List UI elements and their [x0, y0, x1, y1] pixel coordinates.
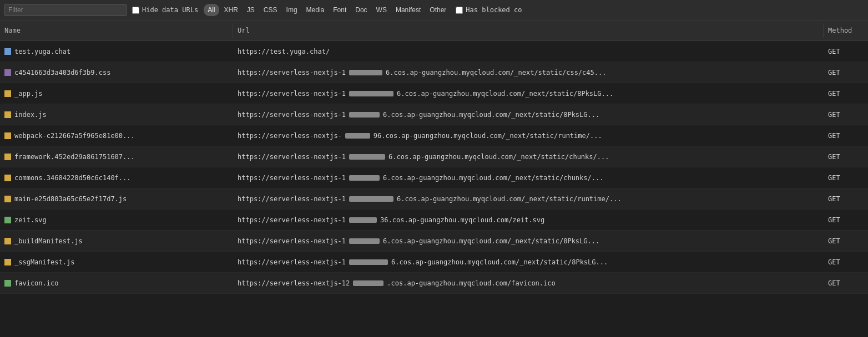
row-name-text: _buildManifest.js	[14, 237, 83, 245]
table-row[interactable]: commons.34684228d50c6c140f...https://ser…	[0, 167, 868, 188]
table-row[interactable]: main-e25d803a65c65e2f17d7.jshttps://serv…	[0, 188, 868, 210]
th-method[interactable]: Method	[824, 23, 868, 38]
url-redacted	[349, 238, 380, 244]
url-end: 6.cos.ap-guangzhou.myqcloud.com/_next/st…	[383, 237, 599, 245]
network-toolbar: Hide data URLs AllXHRJSCSSImgMediaFontDo…	[0, 0, 868, 21]
th-url[interactable]: Url	[233, 23, 824, 38]
url-redacted	[349, 70, 382, 75]
url-redacted	[349, 175, 380, 181]
url-end: 6.cos.ap-guangzhou.myqcloud.com/_next/st…	[386, 69, 606, 76]
url-redacted	[349, 112, 380, 118]
filter-btn-css[interactable]: CSS	[260, 4, 281, 16]
url-end: 36.cos.ap-guangzhou.myqcloud.com/zeit.sv…	[380, 216, 544, 224]
js-icon	[4, 259, 11, 265]
js-icon	[4, 154, 11, 160]
url-end: 6.cos.ap-guangzhou.myqcloud.com/_next/st…	[383, 174, 603, 182]
td-method: GET	[824, 45, 868, 58]
td-name: framework.452ed29a861751607...	[0, 151, 233, 163]
url-end: 6.cos.ap-guangzhou.myqcloud.com/_next/st…	[391, 258, 608, 266]
img-icon	[4, 280, 11, 287]
row-name-text: webpack-c212667a5f965e81e00...	[14, 132, 135, 140]
has-blocked-text: Has blocked co	[466, 6, 522, 14]
row-name-text: zeit.svg	[14, 216, 47, 224]
filter-buttons-group: AllXHRJSCSSImgMediaFontDocWSManifestOthe…	[204, 4, 450, 16]
td-url: https://serverless-nextjs-16.cos.ap-guan…	[233, 235, 824, 247]
td-method: GET	[824, 151, 868, 163]
td-method: GET	[824, 256, 868, 268]
url-end: 6.cos.ap-guangzhou.myqcloud.com/_next/st…	[397, 90, 613, 98]
filter-btn-font[interactable]: Font	[329, 4, 350, 16]
td-name: test.yuga.chat	[0, 45, 233, 58]
td-method: GET	[824, 214, 868, 226]
table-row[interactable]: test.yuga.chathttps://test.yuga.chat/GET	[0, 41, 868, 62]
td-url: https://serverless-nextjs-16.cos.ap-guan…	[233, 67, 824, 79]
td-url: https://serverless-nextjs-136.cos.ap-gua…	[233, 214, 824, 226]
url-redacted	[349, 91, 393, 96]
row-name-text: test.yuga.chat	[14, 48, 70, 55]
row-name-text: _app.js	[14, 90, 43, 98]
td-method: GET	[824, 172, 868, 184]
td-name: zeit.svg	[0, 214, 233, 226]
row-name-text: main-e25d803a65c65e2f17d7.js	[14, 195, 127, 203]
url-start: https://serverless-nextjs-12	[238, 279, 350, 287]
table-row[interactable]: favicon.icohttps://serverless-nextjs-12.…	[0, 273, 868, 294]
has-blocked-label[interactable]: Has blocked co	[456, 6, 522, 14]
td-method: GET	[824, 277, 868, 289]
td-name: index.js	[0, 109, 233, 121]
table-header: Name Url Method	[0, 21, 868, 41]
filter-btn-doc[interactable]: Doc	[351, 4, 371, 16]
filter-btn-other[interactable]: Other	[426, 4, 450, 16]
js-icon	[4, 196, 11, 202]
url-end: .cos.ap-guangzhou.myqcloud.com/favicon.i…	[387, 279, 555, 287]
table-row[interactable]: zeit.svghttps://serverless-nextjs-136.co…	[0, 210, 868, 231]
url-start: https://serverless-nextjs-1	[238, 258, 346, 266]
filter-btn-all[interactable]: All	[204, 4, 219, 16]
table-row[interactable]: _app.jshttps://serverless-nextjs-16.cos.…	[0, 83, 868, 104]
filter-btn-xhr[interactable]: XHR	[220, 4, 242, 16]
table-row[interactable]: _buildManifest.jshttps://serverless-next…	[0, 231, 868, 252]
url-end: 6.cos.ap-guangzhou.myqcloud.com/_next/st…	[383, 111, 599, 119]
td-url: https://serverless-nextjs-96.cos.ap-guan…	[233, 130, 824, 142]
td-url: https://serverless-nextjs-16.cos.ap-guan…	[233, 88, 824, 100]
table-row[interactable]: _ssgManifest.jshttps://serverless-nextjs…	[0, 252, 868, 273]
row-name-text: favicon.ico	[14, 279, 58, 287]
filter-btn-js[interactable]: JS	[243, 4, 259, 16]
filter-btn-manifest[interactable]: Manifest	[392, 4, 425, 16]
js-icon	[4, 238, 11, 244]
filter-btn-img[interactable]: Img	[282, 4, 301, 16]
hide-data-urls-checkbox[interactable]	[132, 7, 139, 14]
td-name: c4541663d3a403d6f3b9.css	[0, 67, 233, 79]
td-url: https://serverless-nextjs-16.cos.ap-guan…	[233, 256, 824, 268]
table-row[interactable]: webpack-c212667a5f965e81e00...https://se…	[0, 125, 868, 146]
table-row[interactable]: c4541663d3a403d6f3b9.csshttps://serverle…	[0, 62, 868, 83]
td-url: https://test.yuga.chat/	[233, 45, 824, 58]
url-start: https://serverless-nextjs-1	[238, 195, 346, 203]
hide-data-urls-label[interactable]: Hide data URLs	[132, 6, 198, 14]
row-name-text: framework.452ed29a861751607...	[14, 153, 135, 161]
th-name[interactable]: Name	[0, 23, 233, 38]
td-name: commons.34684228d50c6c140f...	[0, 172, 233, 184]
row-name-text: _ssgManifest.js	[14, 258, 74, 266]
url-start: https://serverless-nextjs-1	[238, 111, 346, 119]
filter-btn-ws[interactable]: WS	[372, 4, 391, 16]
url-redacted	[353, 280, 383, 286]
url-redacted	[349, 196, 393, 202]
td-method: GET	[824, 235, 868, 247]
table-row[interactable]: index.jshttps://serverless-nextjs-16.cos…	[0, 104, 868, 125]
table-row[interactable]: framework.452ed29a861751607...https://se…	[0, 146, 868, 167]
url-end: 6.cos.ap-guangzhou.myqcloud.com/_next/st…	[388, 153, 609, 161]
filter-btn-media[interactable]: Media	[302, 4, 329, 16]
td-url: https://serverless-nextjs-16.cos.ap-guan…	[233, 109, 824, 121]
td-method: GET	[824, 109, 868, 121]
url-redacted	[349, 259, 388, 265]
url-start: https://serverless-nextjs-1	[238, 90, 346, 98]
js-icon	[4, 175, 11, 181]
row-name-text: c4541663d3a403d6f3b9.css	[14, 69, 110, 76]
url-start: https://serverless-nextjs-1	[238, 216, 346, 224]
filter-input[interactable]	[4, 4, 127, 16]
url-redacted	[349, 217, 377, 223]
url-start: https://serverless-nextjs-1	[238, 69, 346, 76]
has-blocked-checkbox[interactable]	[456, 7, 463, 14]
td-url: https://serverless-nextjs-16.cos.ap-guan…	[233, 172, 824, 184]
td-method: GET	[824, 130, 868, 142]
